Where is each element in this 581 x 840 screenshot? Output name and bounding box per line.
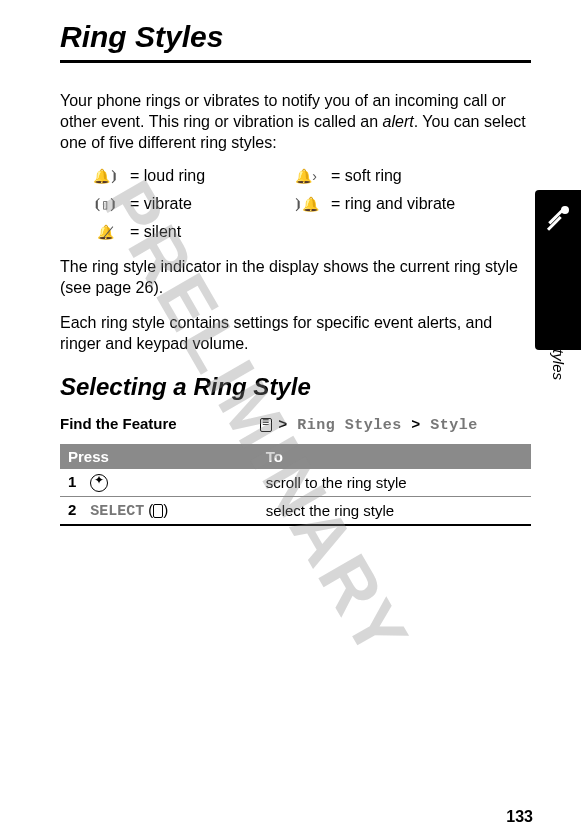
ring-and-vibrate-icon: ⦘🔔 — [291, 196, 321, 212]
nav-key-icon — [90, 474, 108, 492]
title-rule — [60, 60, 531, 63]
silent-label: = silent — [130, 223, 281, 241]
subheading: Selecting a Ring Style — [60, 373, 531, 401]
col-to: To — [258, 444, 531, 469]
loud-ring-icon: 🔔⦘ — [90, 168, 120, 184]
table-row: 2 SELECT () select the ring style — [60, 496, 531, 525]
page-number: 133 — [506, 808, 533, 826]
settings-paragraph: Each ring style contains settings for sp… — [60, 313, 531, 355]
wrench-screwdriver-icon — [541, 202, 575, 236]
soft-ring-label: = soft ring — [331, 167, 531, 185]
step-1-num: 1 — [68, 473, 86, 490]
step-2-key: SELECT — [90, 503, 144, 520]
ring-and-vibrate-label: = ring and vibrate — [331, 195, 531, 213]
vibrate-label: = vibrate — [130, 195, 281, 213]
find-the-feature-label: Find the Feature — [60, 415, 260, 434]
menu-key-icon — [260, 418, 272, 432]
path-ring-styles: Ring Styles — [297, 417, 402, 434]
soft-key-icon — [153, 504, 163, 518]
step-1-desc: scroll to the ring style — [258, 469, 531, 497]
silent-icon: 🔔̸ — [90, 224, 120, 240]
intro-alert-word: alert — [383, 113, 414, 130]
page-content: Ring Styles Your phone rings or vibrates… — [0, 0, 581, 526]
find-the-feature-row: Find the Feature > Ring Styles > Style — [60, 415, 531, 434]
side-section-label: Ring Styles — [550, 304, 567, 380]
path-style: Style — [430, 417, 478, 434]
feature-path: > Ring Styles > Style — [260, 415, 478, 434]
ring-style-legend: 🔔⦘ = loud ring 🔔› = soft ring ⦗▯⦘ = vibr… — [90, 167, 531, 241]
steps-table: Press To 1 scroll to the ring style 2 SE… — [60, 444, 531, 526]
path-sep-2: > — [411, 417, 421, 434]
path-sep-1: > — [278, 417, 288, 434]
table-row: 1 scroll to the ring style — [60, 469, 531, 497]
loud-ring-label: = loud ring — [130, 167, 281, 185]
soft-ring-icon: 🔔› — [291, 168, 321, 184]
intro-paragraph: Your phone rings or vibrates to notify y… — [60, 91, 531, 153]
step-2-num: 2 — [68, 501, 86, 518]
vibrate-icon: ⦗▯⦘ — [90, 196, 120, 212]
indicator-paragraph: The ring style indicator in the display … — [60, 257, 531, 299]
page-title: Ring Styles — [60, 20, 531, 54]
step-2-desc: select the ring style — [258, 496, 531, 525]
col-press: Press — [60, 444, 258, 469]
